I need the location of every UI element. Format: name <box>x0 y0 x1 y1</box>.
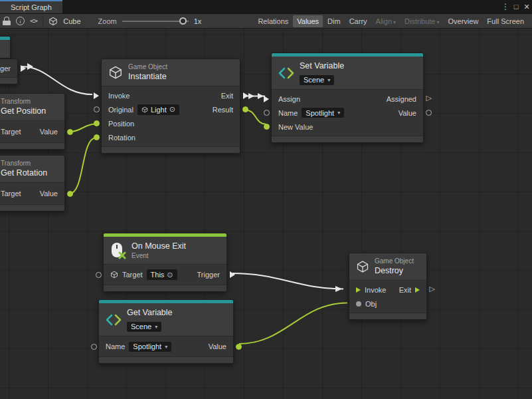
node-header: On Mouse Exit Event <box>104 237 226 264</box>
window-menu-icon[interactable]: ⋮ <box>500 0 511 13</box>
info-icon[interactable]: i <box>16 17 25 25</box>
object-field-this[interactable]: This ⊙ <box>147 269 177 280</box>
carry-button[interactable]: Carry <box>345 15 371 27</box>
dim-button[interactable]: Dim <box>323 15 345 27</box>
node-get-variable[interactable]: Get Variable Scene ▾ Name Spotlight ▾ <box>98 299 234 364</box>
port-label-rotation: Rotation <box>108 134 135 142</box>
object-field-value: Light <box>151 106 167 114</box>
code-icon[interactable]: <> <box>30 16 37 27</box>
toolbar-separator <box>43 17 43 26</box>
variable-scope-dropdown[interactable]: Scene ▾ <box>300 75 334 85</box>
node-header <box>0 40 10 58</box>
values-button[interactable]: Values <box>293 15 323 27</box>
node-get-rotation[interactable]: Transform Get Rotation Target Value <box>0 155 65 211</box>
port-value-out[interactable] <box>67 129 73 135</box>
graph-target-name: Cube <box>63 17 80 25</box>
close-icon[interactable]: ✕ <box>521 0 532 13</box>
node-title: Set Variable <box>300 61 344 71</box>
distribute-button[interactable]: Distribute▾ <box>400 15 443 27</box>
flow-arrow-icon[interactable] <box>356 287 361 293</box>
graph-toolbar: i <> Cube Zoom 1x Relations Values Dim C… <box>0 14 532 29</box>
port-assigned-out[interactable]: ▷ <box>426 94 432 102</box>
game-object-icon <box>356 260 369 273</box>
port-original-in[interactable] <box>94 106 100 112</box>
node-footer <box>349 313 426 319</box>
port-label-name: Name <box>278 109 298 117</box>
wire-arrow <box>248 93 254 99</box>
port-result-out[interactable] <box>242 106 248 112</box>
port-label-original: Original <box>108 106 133 114</box>
node-category: Game Object <box>128 63 167 71</box>
node-on-mouse-exit[interactable]: On Mouse Exit Event Target This ⊙ <box>103 233 227 292</box>
overview-button[interactable]: Overview <box>444 15 483 27</box>
node-fragment-variable[interactable] <box>0 36 11 59</box>
align-button[interactable]: Align▾ <box>372 15 400 27</box>
variable-scope-dropdown[interactable]: Scene ▾ <box>127 322 161 332</box>
fullscreen-button[interactable]: Full Screen <box>483 15 528 27</box>
port-name-in[interactable] <box>264 110 270 116</box>
port-value-out[interactable] <box>236 344 242 350</box>
node-header: Game Object Destroy <box>349 253 426 280</box>
node-set-variable[interactable]: Set Variable Scene ▾ Assign Assigned ▷ <box>271 53 424 143</box>
port-obj-in[interactable] <box>356 301 361 307</box>
relations-button[interactable]: Relations <box>254 15 292 27</box>
port-rotation-in[interactable] <box>94 134 100 140</box>
node-title: Destroy <box>375 265 414 276</box>
wire-arrow <box>27 63 33 70</box>
port-value-out[interactable] <box>67 191 73 197</box>
wire-layer <box>0 29 532 399</box>
node-title: Instantiate <box>128 71 167 82</box>
object-picker-icon[interactable]: ⊙ <box>167 271 173 279</box>
object-field-light[interactable]: Light ⊙ <box>137 104 179 115</box>
node-footer <box>102 147 240 153</box>
port-label-result: Result <box>213 106 233 114</box>
port-exit-out[interactable] <box>243 92 248 99</box>
object-picker-icon[interactable]: ⊙ <box>169 105 175 114</box>
port-value-out[interactable] <box>426 110 432 116</box>
port-label-exit: Exit <box>221 92 233 100</box>
port-trigger-out[interactable] <box>230 271 235 278</box>
port-position-in[interactable] <box>94 120 100 126</box>
node-footer <box>99 357 233 363</box>
variable-name-dropdown[interactable]: Spotlight ▾ <box>302 108 344 118</box>
game-object-icon <box>110 271 118 279</box>
node-destroy[interactable]: Game Object Destroy Invoke Exit ▷ Obj <box>349 253 427 320</box>
node-header: Transform Get Position <box>0 94 64 120</box>
graph-canvas[interactable]: Trigger Transform Get Position Target Va <box>0 29 532 399</box>
zoom-slider[interactable] <box>122 17 189 26</box>
tab-strip: Script Graph ⋮ □ ✕ <box>0 0 532 14</box>
port-label-obj: Obj <box>365 300 377 308</box>
node-get-position[interactable]: Transform Get Position Target Value <box>0 93 65 150</box>
node-fragment-event[interactable]: Trigger <box>0 59 18 84</box>
chevron-down-icon: ▾ <box>155 324 157 330</box>
node-footer <box>0 78 17 84</box>
port-target-in[interactable] <box>96 272 102 278</box>
lock-icon[interactable] <box>3 17 11 25</box>
node-footer <box>104 285 226 291</box>
variable-name-dropdown[interactable]: Spotlight ▾ <box>129 342 171 352</box>
port-invoke-in[interactable] <box>94 92 99 99</box>
zoom-value: 1x <box>194 17 202 25</box>
port-label-target: Target <box>1 128 21 136</box>
node-instantiate[interactable]: Game Object Instantiate Invoke Exit Orig… <box>101 59 240 154</box>
maximize-icon[interactable]: □ <box>511 0 521 13</box>
port-label-invoke: Invoke <box>365 286 386 294</box>
port-label-invoke: Invoke <box>108 92 130 100</box>
port-name-in[interactable] <box>91 344 97 350</box>
zoom-label: Zoom <box>98 17 117 25</box>
port-assign-in[interactable] <box>264 96 269 102</box>
node-category: Game Object <box>375 257 414 265</box>
port-label-value: Value <box>399 109 416 117</box>
port-newvalue-in[interactable] <box>264 124 270 130</box>
set-variable-icon <box>278 65 294 81</box>
wire-getposition-position <box>70 124 96 132</box>
visual-scripting-window: Script Graph ⋮ □ ✕ i <> Cube Zoom 1x Rel… <box>0 0 532 399</box>
port-trigger-out[interactable] <box>21 65 26 72</box>
zoom-slider-knob[interactable] <box>179 17 187 25</box>
node-header: Game Object Instantiate <box>102 59 240 86</box>
tab-script-graph[interactable]: Script Graph <box>0 0 62 13</box>
port-exit-out[interactable]: ▷ <box>430 285 435 293</box>
flow-arrow-icon[interactable] <box>415 287 420 293</box>
tab-label: Script Graph <box>11 3 52 11</box>
port-label-value: Value <box>40 190 58 198</box>
